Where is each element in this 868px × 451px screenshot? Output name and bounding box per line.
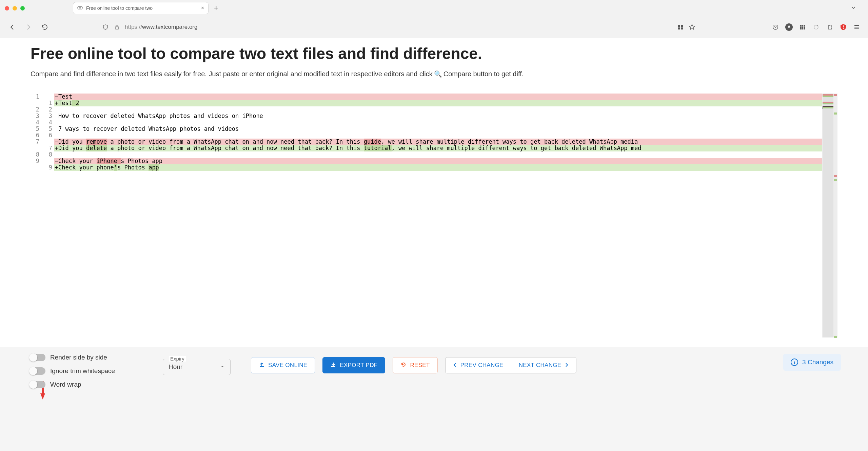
svg-rect-15 (804, 28, 805, 29)
tab-overflow-button[interactable] (850, 4, 856, 12)
svg-point-1 (80, 6, 82, 9)
diff-line[interactable]: +Check your phone's Photos app (54, 164, 822, 171)
toolbar-right-icons: A (772, 23, 861, 31)
download-icon (330, 362, 336, 369)
svg-rect-13 (800, 28, 802, 29)
reader-grid-icon[interactable] (677, 23, 684, 31)
action-buttons: SAVE ONLINE EXPORT PDF RESET PREV CHANGE… (251, 357, 576, 373)
switch[interactable] (31, 354, 45, 361)
svg-rect-7 (800, 25, 802, 26)
chevron-left-icon (453, 362, 457, 369)
tab-title: Free online tool to compare two (86, 5, 198, 11)
tab-close-button[interactable]: × (201, 5, 204, 11)
save-online-button[interactable]: SAVE ONLINE (251, 357, 315, 373)
change-nav-buttons: PREV CHANGE NEXT CHANGE (445, 357, 577, 373)
svg-rect-6 (681, 27, 683, 29)
svg-rect-11 (802, 26, 803, 28)
tab-favicon (77, 5, 83, 12)
toggle-label: Render side by side (50, 354, 107, 361)
button-label: PREV CHANGE (460, 362, 504, 369)
diff-line[interactable]: +Test 2 (54, 100, 822, 106)
changes-text: 3 Changes (802, 358, 833, 366)
diff-line[interactable]: −Check your iPhone's Photos app (54, 158, 822, 164)
upload-icon (259, 362, 265, 369)
diff-line[interactable]: 7 ways to recover deleted WhatsApp photo… (54, 126, 822, 132)
svg-rect-14 (802, 28, 803, 29)
gutter-left: 123456789 (31, 94, 41, 337)
diff-code-panel[interactable]: −Test+Test 2How to recover deleted Whats… (54, 94, 823, 337)
switch[interactable] (31, 381, 45, 388)
lock-icon[interactable] (113, 23, 121, 31)
tab-bar: Free online tool to compare two × + (0, 0, 868, 16)
prev-change-button[interactable]: PREV CHANGE (445, 357, 511, 373)
svg-rect-4 (681, 25, 683, 27)
minimize-window-button[interactable] (13, 6, 17, 11)
next-change-button[interactable]: NEXT CHANGE (511, 357, 577, 373)
diff-line[interactable]: −Did you remove a photo or video from a … (54, 139, 822, 145)
reload-button[interactable] (40, 22, 50, 32)
expiry-label: Expiry (169, 356, 186, 362)
bookmark-star-icon[interactable] (688, 23, 696, 31)
diff-line[interactable] (54, 119, 822, 126)
diff-line[interactable]: +Did you delete a photo or video from a … (54, 145, 822, 151)
svg-rect-9 (804, 25, 805, 26)
url-text: https://www.textcompare.org (125, 24, 673, 30)
reset-button[interactable]: RESET (393, 357, 437, 373)
toggle-render-side-by-side[interactable]: Render side by side (31, 354, 142, 361)
magnifier-icon: 🔍 (434, 70, 442, 78)
switch[interactable] (31, 367, 45, 375)
back-button[interactable] (7, 22, 17, 32)
diff-line[interactable] (54, 106, 822, 113)
toggle-word-wrap[interactable]: Word wrap (31, 381, 142, 388)
toggle-ignore-trim-whitespace[interactable]: Ignore trim whitespace (31, 367, 142, 375)
expiry-value: Hour (169, 363, 182, 371)
hamburger-menu-icon[interactable] (853, 23, 861, 31)
toggle-label: Ignore trim whitespace (50, 367, 115, 375)
diff-line[interactable] (54, 151, 822, 158)
chevron-down-icon (220, 363, 225, 371)
button-label: NEXT CHANGE (519, 362, 561, 369)
tracking-shield-icon[interactable] (102, 23, 109, 31)
button-label: RESET (410, 362, 430, 369)
sync-icon[interactable] (812, 23, 820, 31)
svg-rect-2 (115, 27, 119, 29)
page-subtitle: Compare and find difference in two text … (31, 70, 837, 78)
export-pdf-button[interactable]: EXPORT PDF (322, 357, 385, 373)
toggle-label: Word wrap (50, 381, 81, 388)
adblock-shield-icon[interactable] (840, 23, 847, 31)
pocket-icon[interactable] (772, 23, 779, 31)
svg-rect-3 (678, 25, 680, 27)
svg-rect-8 (802, 25, 803, 26)
new-tab-button[interactable]: + (213, 2, 220, 14)
account-icon[interactable]: A (785, 23, 793, 31)
gutter-right: 123456789 (43, 94, 54, 337)
close-window-button[interactable] (5, 6, 9, 11)
info-icon: i (791, 358, 798, 366)
forward-button[interactable] (24, 22, 33, 32)
extensions-icon[interactable] (826, 23, 833, 31)
diff-line[interactable] (54, 132, 822, 139)
svg-rect-5 (678, 27, 680, 29)
browser-toolbar: https://www.textcompare.org A (0, 16, 868, 38)
svg-rect-12 (804, 26, 805, 28)
browser-chrome: Free online tool to compare two × + http… (0, 0, 868, 38)
button-label: SAVE ONLINE (268, 362, 307, 369)
page-title: Free online tool to compare two text fil… (31, 44, 837, 63)
diff-line[interactable]: How to recover deleted WhatsApp photos a… (54, 113, 822, 119)
window-controls (5, 6, 25, 11)
chevron-right-icon (565, 362, 569, 369)
address-bar[interactable]: https://www.textcompare.org (97, 20, 701, 34)
button-label: EXPORT PDF (340, 362, 377, 369)
browser-tab[interactable]: Free online tool to compare two × (73, 2, 209, 14)
diff-line[interactable]: −Test (54, 94, 822, 100)
page-body: Free online tool to compare two text fil… (0, 38, 868, 347)
expiry-field: Expiry Hour (163, 356, 231, 375)
zoom-window-button[interactable] (20, 6, 25, 11)
toggle-group: Render side by side Ignore trim whitespa… (31, 354, 142, 388)
diff-minimap[interactable] (823, 94, 837, 337)
apps-grid-icon[interactable] (799, 23, 806, 31)
diff-viewer[interactable]: 123456789 123456789 −Test+Test 2How to r… (31, 94, 837, 337)
controls-row: Render side by side Ignore trim whitespa… (0, 347, 868, 395)
reset-icon (400, 362, 407, 369)
changes-count-pill[interactable]: i 3 Changes (783, 354, 841, 371)
